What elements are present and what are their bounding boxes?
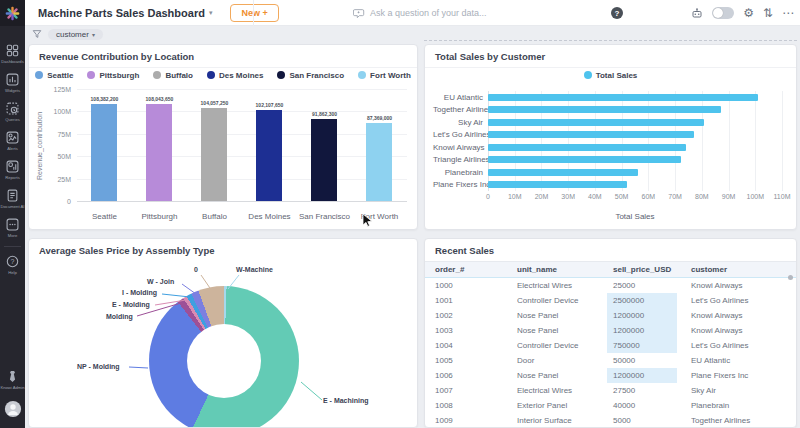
bar[interactable] <box>488 181 627 188</box>
bar[interactable] <box>91 104 117 201</box>
sidebar-item-label: Alerts <box>7 146 18 151</box>
column-header[interactable]: unit_name <box>517 265 613 274</box>
filter-chip-customer[interactable]: customer ▾ <box>48 29 103 40</box>
sidebar-item-alerts[interactable]: Alerts <box>0 127 25 156</box>
bar[interactable] <box>366 123 392 201</box>
table-row[interactable]: 1001 Controller Device 2500000 Let's Go … <box>425 293 796 308</box>
bar[interactable] <box>488 131 694 138</box>
sidebar-item-label: Queries <box>5 117 20 122</box>
cell-customer: Knowi Airways <box>691 326 796 335</box>
logo-icon <box>4 5 21 22</box>
table-row[interactable]: 1000 Electrical Wires 25000 Knowi Airway… <box>425 278 796 293</box>
legend-label: Seattle <box>47 71 73 80</box>
panel-avg-sales-price: Average Sales Price by Assembly Type W-M… <box>28 238 418 428</box>
filter-funnel-icon[interactable] <box>32 29 42 39</box>
table-row[interactable]: 1005 Door 50000 EU Atlantic <box>425 353 796 368</box>
table-row[interactable]: 1003 Nose Panel 1200000 Knowi Airways <box>425 323 796 338</box>
cell-customer: Let's Go Airlines <box>691 296 796 305</box>
bar-row[interactable] <box>488 94 782 101</box>
bar-column[interactable]: 104,057,250 <box>188 89 241 201</box>
ask-data-search[interactable]: Ask a question of your data... <box>353 0 487 26</box>
bar-row[interactable] <box>488 156 782 163</box>
panel-title: Revenue Contribution by Location <box>29 45 417 68</box>
table-row[interactable]: 1006 Nose Panel 1200000 Plane Fixers Inc <box>425 368 796 383</box>
bar-row[interactable] <box>488 169 782 176</box>
bar-column[interactable]: 108,043,650 <box>133 89 186 201</box>
legend-item[interactable]: Buffalo <box>153 71 193 80</box>
y-tick-label: 100M <box>53 108 71 115</box>
title-chevron-down-icon[interactable]: ▾ <box>209 9 213 17</box>
sidebar-item-help[interactable]: ? Help <box>0 251 25 280</box>
table-row[interactable]: 1002 Nose Panel 1200000 Knowi Airways <box>425 308 796 323</box>
cell-sell-price: 1200000 <box>607 308 677 323</box>
tie-icon <box>6 370 19 383</box>
bar[interactable] <box>256 110 282 202</box>
legend-item[interactable]: Total Sales <box>584 71 638 80</box>
column-header[interactable]: order_# <box>435 265 517 274</box>
cell-sell-price: 27500 <box>607 383 677 398</box>
user-avatar[interactable] <box>4 400 22 422</box>
knowi-logo[interactable] <box>0 0 25 26</box>
table-scrollbar-thumb[interactable] <box>788 275 793 280</box>
settings-gear-icon[interactable]: ⚙ <box>743 7 754 19</box>
bar-row[interactable] <box>488 119 782 126</box>
bar[interactable] <box>488 156 681 163</box>
cell-customer: Together Airlines <box>691 416 796 425</box>
cell-sell-price: 750000 <box>607 338 677 353</box>
bar-row[interactable] <box>488 144 782 151</box>
sidebar-item-knowi-admin[interactable]: Knowi Admin <box>0 366 25 395</box>
bar-column[interactable]: 102,107,650 <box>243 89 296 201</box>
legend-item[interactable]: San Francisco <box>277 71 344 80</box>
bar-column[interactable]: 108,382,200 <box>78 89 131 201</box>
ask-bubble-icon <box>353 8 365 19</box>
sort-updown-icon[interactable]: ⇅ <box>763 7 773 19</box>
bar-row[interactable] <box>488 181 782 188</box>
bar[interactable] <box>488 119 704 126</box>
x-tick-label: 0 <box>486 193 490 200</box>
bar[interactable] <box>311 119 337 201</box>
legend-label: Buffalo <box>165 71 193 80</box>
bar-row[interactable] <box>488 106 782 113</box>
sidebar-item-document-ai[interactable]: Document AI <box>0 185 25 214</box>
table-row[interactable]: 1007 Electrical Wires 27500 Sky Air <box>425 383 796 398</box>
sidebar-item-dashboards[interactable]: Dashboards <box>0 40 25 69</box>
legend-item[interactable]: Pittsburgh <box>87 71 139 80</box>
bar[interactable] <box>488 94 758 101</box>
ai-assistant-icon[interactable] <box>691 7 703 19</box>
x-tick-label: 100M <box>747 193 765 200</box>
new-button[interactable]: New + <box>230 4 278 22</box>
more-options-icon[interactable]: ⋯ <box>782 7 794 19</box>
slice-label-e-molding: E - Molding <box>112 301 150 308</box>
legend-item[interactable]: Des Moines <box>207 71 263 80</box>
bar-column[interactable]: 91,862,300 <box>298 89 351 201</box>
table-body: 1000 Electrical Wires 25000 Knowi Airway… <box>425 278 796 428</box>
column-header[interactable]: sell_price_USD <box>613 265 691 274</box>
table-row[interactable]: 1009 Interior Surface 5000 Together Airl… <box>425 413 796 428</box>
bar[interactable] <box>488 106 721 113</box>
help-button[interactable]: ? <box>611 7 623 19</box>
column-header[interactable]: customer <box>691 265 796 274</box>
bar-row[interactable] <box>488 131 782 138</box>
legend-item[interactable]: Seattle <box>35 71 73 80</box>
cell-order: 1006 <box>435 371 517 380</box>
dashboard-title[interactable]: Machine Parts Sales Dashboard <box>38 7 205 19</box>
table-row[interactable]: 1004 Controller Device 750000 Let's Go A… <box>425 338 796 353</box>
legend-dot <box>35 71 43 79</box>
sidebar-item-queries[interactable]: Queries <box>0 98 25 127</box>
legend-item[interactable]: Fort Worth <box>358 71 411 80</box>
table-row[interactable]: 1008 Exterior Panel 40000 Planebrain <box>425 398 796 413</box>
cell-order: 1003 <box>435 326 517 335</box>
bar[interactable] <box>488 144 686 151</box>
bar[interactable] <box>146 104 172 201</box>
sidebar-item-widgets[interactable]: Widgets <box>0 69 25 98</box>
sidebar-item-more[interactable]: More <box>0 214 25 243</box>
x-tick-label: Seattle <box>78 212 131 221</box>
slice-label-i-molding: I - Molding <box>122 289 157 296</box>
mode-toggle[interactable] <box>712 7 734 19</box>
bar-column[interactable]: 87,369,000 <box>353 89 406 201</box>
bar[interactable] <box>201 108 227 201</box>
bar[interactable] <box>488 169 638 176</box>
cell-sell-price: 1200000 <box>607 323 677 338</box>
cell-unit-name: Exterior Panel <box>517 401 613 410</box>
sidebar-item-reports[interactable]: Reports <box>0 156 25 185</box>
